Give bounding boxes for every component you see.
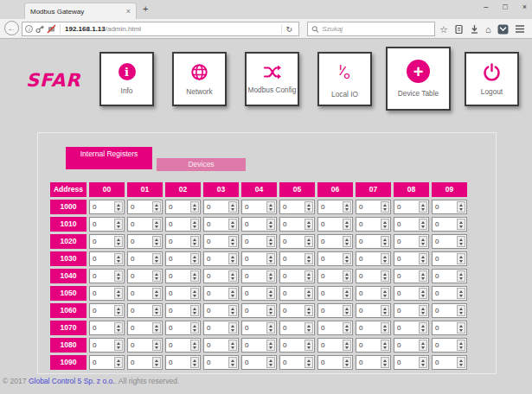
spinner-control[interactable] <box>457 288 465 299</box>
spinner-down-icon[interactable] <box>269 277 272 280</box>
spinner-down-icon[interactable] <box>193 295 196 297</box>
spinner-control[interactable] <box>190 340 199 351</box>
spinner-up-icon[interactable] <box>345 238 349 241</box>
spinner-control[interactable] <box>190 305 199 316</box>
spinner-up-icon[interactable] <box>383 221 387 224</box>
spinner-down-icon[interactable] <box>193 226 196 228</box>
spinner-down-icon[interactable] <box>421 277 425 280</box>
spinner-up-icon[interactable] <box>345 221 349 224</box>
spinner-down-icon[interactable] <box>231 243 234 245</box>
spinner-down-icon[interactable] <box>383 260 387 263</box>
spinner-control[interactable] <box>343 288 351 299</box>
spinner-control[interactable] <box>381 253 389 264</box>
spinner-up-icon[interactable] <box>155 290 158 293</box>
spinner-down-icon[interactable] <box>117 329 120 332</box>
spinner-up-icon[interactable] <box>459 342 463 345</box>
spinner-up-icon[interactable] <box>269 238 272 241</box>
spinner-down-icon[interactable] <box>421 329 425 332</box>
spinner-up-icon[interactable] <box>155 256 158 258</box>
spinner-up-icon[interactable] <box>231 359 234 362</box>
spinner-down-icon[interactable] <box>307 295 311 297</box>
spinner-control[interactable] <box>114 270 123 282</box>
spinner-down-icon[interactable] <box>345 364 349 366</box>
spinner-up-icon[interactable] <box>421 342 425 345</box>
spinner-control[interactable] <box>190 201 199 213</box>
spinner-up-icon[interactable] <box>421 238 425 241</box>
spinner-down-icon[interactable] <box>231 364 234 366</box>
spinner-down-icon[interactable] <box>307 277 311 280</box>
spinner-down-icon[interactable] <box>345 295 349 297</box>
spinner-down-icon[interactable] <box>421 226 425 228</box>
spinner-control[interactable] <box>114 357 123 368</box>
nav-button-device-table[interactable]: + Device Table <box>386 47 451 111</box>
spinner-control[interactable] <box>228 219 237 230</box>
spinner-up-icon[interactable] <box>459 256 463 258</box>
spinner-up-icon[interactable] <box>459 325 463 327</box>
spinner-control[interactable] <box>381 270 389 282</box>
spinner-control[interactable] <box>381 236 389 247</box>
spinner-down-icon[interactable] <box>231 260 234 263</box>
spinner-down-icon[interactable] <box>383 346 387 349</box>
spinner-control[interactable] <box>419 236 427 247</box>
spinner-control[interactable] <box>381 201 389 213</box>
spinner-up-icon[interactable] <box>269 221 272 224</box>
spinner-up-icon[interactable] <box>269 256 272 258</box>
pocket-icon[interactable] <box>497 24 509 35</box>
nav-button-modbus-config[interactable]: Modbus Config <box>245 52 299 106</box>
spinner-down-icon[interactable] <box>155 346 158 349</box>
spinner-control[interactable] <box>343 201 351 213</box>
spinner-down-icon[interactable] <box>383 364 387 366</box>
spinner-control[interactable] <box>114 236 123 247</box>
spinner-down-icon[interactable] <box>383 312 387 315</box>
spinner-control[interactable] <box>457 357 465 368</box>
spinner-up-icon[interactable] <box>421 221 425 224</box>
spinner-down-icon[interactable] <box>269 243 272 245</box>
spinner-down-icon[interactable] <box>155 243 158 245</box>
nav-button-network[interactable]: Network <box>172 52 227 106</box>
spinner-up-icon[interactable] <box>459 273 463 276</box>
spinner-down-icon[interactable] <box>231 295 234 297</box>
url-bar[interactable]: i 192.168.1.13/admin.html ↻ <box>22 22 299 36</box>
tab-devices[interactable]: Devices <box>157 158 246 171</box>
spinner-up-icon[interactable] <box>307 342 311 345</box>
spinner-up-icon[interactable] <box>117 308 120 310</box>
spinner-up-icon[interactable] <box>421 308 425 310</box>
spinner-control[interactable] <box>457 219 465 230</box>
spinner-control[interactable] <box>152 270 161 282</box>
spinner-control[interactable] <box>457 322 465 334</box>
spinner-down-icon[interactable] <box>117 226 120 228</box>
spinner-up-icon[interactable] <box>383 238 387 241</box>
spinner-control[interactable] <box>228 253 237 264</box>
spinner-control[interactable] <box>381 340 389 351</box>
spinner-control[interactable] <box>228 305 237 316</box>
spinner-control[interactable] <box>304 357 313 368</box>
browser-tab[interactable]: Modbus Gateway × <box>24 3 137 19</box>
spinner-up-icon[interactable] <box>383 290 387 293</box>
spinner-control[interactable] <box>457 270 465 282</box>
spinner-up-icon[interactable] <box>421 204 425 207</box>
spinner-control[interactable] <box>266 236 275 247</box>
maximize-button[interactable]: □ <box>503 2 507 12</box>
spinner-up-icon[interactable] <box>383 308 387 310</box>
spinner-control[interactable] <box>457 236 465 247</box>
nav-button-local-io[interactable]: I⁄O Local IO <box>317 52 372 106</box>
spinner-up-icon[interactable] <box>193 273 196 276</box>
spinner-down-icon[interactable] <box>345 346 349 349</box>
spinner-up-icon[interactable] <box>383 342 387 345</box>
site-info-icon[interactable]: i <box>25 25 33 33</box>
spinner-down-icon[interactable] <box>307 260 311 263</box>
spinner-down-icon[interactable] <box>155 295 158 297</box>
spinner-up-icon[interactable] <box>307 256 311 258</box>
spinner-control[interactable] <box>419 322 427 334</box>
spinner-up-icon[interactable] <box>193 342 196 345</box>
spinner-down-icon[interactable] <box>421 295 425 297</box>
spinner-up-icon[interactable] <box>345 290 349 293</box>
spinner-up-icon[interactable] <box>231 238 234 241</box>
spinner-up-icon[interactable] <box>421 359 425 362</box>
spinner-up-icon[interactable] <box>117 204 120 207</box>
home-icon[interactable]: ⌂ <box>485 24 491 35</box>
spinner-control[interactable] <box>152 357 161 368</box>
spinner-control[interactable] <box>304 270 313 282</box>
spinner-control[interactable] <box>266 357 275 368</box>
spinner-up-icon[interactable] <box>269 359 272 362</box>
